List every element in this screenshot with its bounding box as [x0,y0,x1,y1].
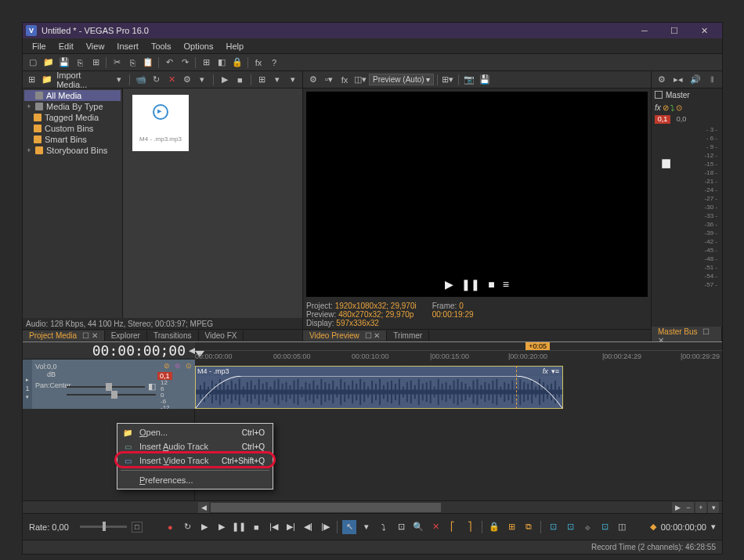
prev-fx-icon[interactable]: fx [338,73,352,87]
prev-settings-icon[interactable]: ⚙ [306,73,320,87]
menu-edit[interactable]: Edit [52,40,80,52]
pan-slider[interactable] [67,394,156,396]
new-icon[interactable]: ▢ [26,56,40,70]
ctx-preferences[interactable]: Preferences... [117,473,273,487]
help-icon[interactable]: ? [267,56,281,70]
gear-icon[interactable]: ⚙ [181,73,193,87]
tab-video-fx[interactable]: Video FX [199,331,244,341]
prev-external-icon[interactable]: ▫▾ [322,73,336,87]
bin-icon[interactable]: ⊞ [26,73,38,87]
undo-icon[interactable]: ↶ [162,56,176,70]
scroll-left-button[interactable]: ◀ [198,502,209,513]
master-solo-icon[interactable]: ⊙ [676,103,682,112]
clip-fx-icon[interactable]: fx [543,367,548,375]
marker-button[interactable]: ⊡ [546,520,560,534]
ruler-flag[interactable]: +0:05 [525,342,550,350]
prev-frame-button[interactable]: ◀| [301,520,315,534]
preview-stop-button[interactable]: ■ [488,278,494,291]
tab-trimmer[interactable]: Trimmer [387,331,429,341]
maximize-button[interactable]: ☐ [659,23,689,38]
track-mute-icon[interactable]: ⊗ [173,361,182,370]
view-icon[interactable]: ⊞ [256,73,269,87]
select-tool-button[interactable]: ⊡ [394,520,408,534]
tree-storyboard[interactable]: +Storyboard Bins [24,145,121,156]
save-icon[interactable]: 💾 [57,56,71,70]
list-icon[interactable]: ▾ [272,73,284,87]
minimize-button[interactable]: ─ [630,23,659,38]
trim-end-button[interactable]: ⎤ [463,520,477,534]
prev-split-icon[interactable]: ◫▾ [353,73,367,87]
keyframe-icon[interactable]: ◆ [650,522,656,532]
media-content[interactable]: M4 - .mp3.mp3 [123,89,302,318]
tab-video-preview[interactable]: Video Preview ☐ ✕ [303,331,387,341]
preview-play-button[interactable]: ▶ [445,278,453,291]
clip-settings-icon[interactable]: ▾≡ [551,367,559,375]
loop-button[interactable]: ↻ [180,520,194,534]
tab-explorer[interactable]: Explorer [105,331,147,341]
master-mute-icon[interactable]: ⊘ [663,103,669,112]
tree-by-type[interactable]: +Media By Type [24,101,121,112]
menu-options[interactable]: Options [178,40,220,52]
stop-button[interactable]: ■ [249,520,263,534]
fx-icon[interactable]: fx [251,56,265,70]
master-speaker-icon[interactable]: 🔊 [688,73,702,87]
track-solo-icon[interactable]: ⊙ [184,361,193,370]
rate-reset-button[interactable]: □ [132,522,143,533]
render-icon[interactable]: ⎘ [73,56,87,70]
master-fx-icon[interactable]: fx [655,103,661,112]
region-button[interactable]: ⊡ [563,520,577,534]
tab-transitions[interactable]: Transitions [147,331,199,341]
chevron-down-icon[interactable]: ▾ [113,73,125,87]
ctx-insert-video-track[interactable]: ▭ Insert Video TrackCtrl+Shift+Q [117,453,273,468]
zoom-in-button[interactable]: + [695,502,706,513]
lock-icon[interactable]: 🔒 [230,56,244,70]
master-gear-icon[interactable]: ⚙ [655,73,669,87]
refresh-icon[interactable]: ↻ [150,73,163,87]
zoom-fit-button[interactable]: ▾ [708,502,719,513]
preview-loop-button[interactable]: ≡ [503,278,509,291]
menu-file[interactable]: File [26,40,52,52]
tree-custom-bins[interactable]: Custom Bins [24,123,121,134]
ctx-open[interactable]: 📁 Open...Ctrl+O [117,425,273,439]
remove-icon[interactable]: ✕ [165,73,178,87]
copy-icon[interactable]: ⎘ [125,56,139,70]
capture-icon[interactable]: 📹 [135,73,147,87]
delete-button[interactable]: ✕ [428,520,442,534]
preview-quality-dropdown[interactable]: Preview (Auto) ▾ [369,74,434,85]
prev-grid-icon[interactable]: ⊞▾ [441,73,455,87]
cut-icon[interactable]: ✂ [110,56,124,70]
master-meter-icon[interactable]: ⦀ [705,73,719,87]
menu-view[interactable]: View [80,40,111,52]
tree-tagged[interactable]: Tagged Media [24,112,121,123]
master-prev-icon[interactable]: ▸◂ [671,73,685,87]
paste-icon[interactable]: 📋 [141,56,155,70]
next-frame-button[interactable]: |▶ [318,520,332,534]
redo-icon[interactable]: ↷ [178,56,192,70]
tab-project-media[interactable]: Project Media ☐ ✕ [23,331,105,341]
menu-help[interactable]: Help [219,40,250,52]
pause-button[interactable]: ❚❚ [232,520,246,534]
prev-snapshot-icon[interactable]: 📷 [462,73,476,87]
play-button[interactable]: ▶ [215,520,229,534]
zoom-tool-button[interactable]: 🔍 [411,520,425,534]
close-button[interactable]: ✕ [689,23,719,38]
stop-icon[interactable]: ■ [234,73,247,87]
menu-tools[interactable]: Tools [145,40,178,52]
play-start-button[interactable]: ▶ [197,520,211,534]
prev-save-icon[interactable]: 💾 [478,73,492,87]
edit-tool-button[interactable]: ↖ [342,520,356,534]
info-icon[interactable]: ▾ [287,73,299,87]
dropdown-icon[interactable]: ▾ [359,520,374,534]
loop-marker[interactable] [516,366,517,409]
master-send-icon[interactable]: ⤵ [670,103,674,112]
tags-icon[interactable]: ▾ [197,73,209,87]
media-thumb[interactable]: M4 - .mp3.mp3 [132,95,189,151]
timeline-ruler[interactable]: 00:00:00:00 00:00:05:00 00:00:10:00 |00:… [195,350,722,366]
ripple-icon[interactable]: ◧ [215,56,229,70]
snap-button[interactable]: ⊞ [504,520,518,534]
import-media-button[interactable]: Import Media... [56,70,107,89]
cd-button[interactable]: ⊡ [598,520,612,534]
playhead-marker-icon[interactable]: ◀ [189,342,195,359]
open-icon[interactable]: 📁 [42,56,56,70]
envelope-tool-button[interactable]: ⤵ [377,520,391,534]
